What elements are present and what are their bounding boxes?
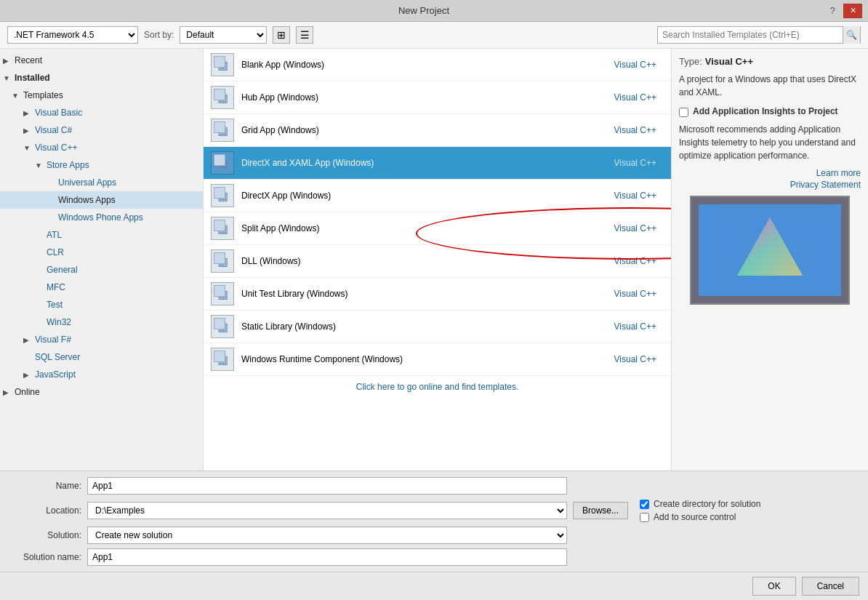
template-type-blank-app: Visual C++ bbox=[614, 60, 656, 70]
sidebar-item-visual-csharp[interactable]: ▶ Visual C# bbox=[0, 121, 203, 139]
source-control-label[interactable]: Add to source control bbox=[654, 512, 736, 522]
sidebar-item-visual-cpp[interactable]: ▼ Visual C++ bbox=[0, 139, 203, 156]
info-panel: Type: Visual C++ A project for a Windows… bbox=[672, 49, 868, 471]
ok-button[interactable]: OK bbox=[752, 577, 795, 596]
view-list-button[interactable]: ☰ bbox=[296, 26, 313, 44]
sidebar-item-windows-apps[interactable]: Windows Apps bbox=[0, 191, 203, 209]
checkboxes-group: Create directory for solution Add to sou… bbox=[640, 499, 760, 522]
sidebar-item-installed[interactable]: ▼ Installed bbox=[0, 69, 203, 87]
sidebar-item-store-apps[interactable]: ▼ Store Apps bbox=[0, 156, 203, 174]
create-dir-checkbox[interactable] bbox=[640, 500, 649, 509]
location-select[interactable]: D:\Examples bbox=[87, 502, 567, 519]
template-item-static-lib[interactable]: Static Library (Windows) Visual C++ bbox=[204, 311, 671, 343]
sidebar-label-online: Online bbox=[15, 387, 40, 397]
solution-label: Solution: bbox=[9, 530, 81, 540]
sidebar-item-online[interactable]: ▶ Online bbox=[0, 383, 203, 401]
solution-name-row: Solution name: bbox=[9, 548, 859, 566]
template-type-split-app: Visual C++ bbox=[614, 223, 656, 233]
template-type-grid-app: Visual C++ bbox=[614, 125, 656, 135]
sidebar-item-win32[interactable]: Win32 bbox=[0, 313, 203, 331]
sidebar-item-test[interactable]: Test bbox=[0, 296, 203, 313]
sidebar-item-atl[interactable]: ATL bbox=[0, 226, 203, 244]
template-type-static-lib: Visual C++ bbox=[614, 321, 656, 332]
learn-more-link[interactable]: Learn more bbox=[679, 168, 861, 178]
sort-select[interactable]: Default bbox=[180, 26, 267, 44]
solution-name-input[interactable] bbox=[87, 548, 567, 566]
template-type-directx-xaml: Visual C++ bbox=[614, 158, 656, 168]
sidebar-label-windows-phone-apps: Windows Phone Apps bbox=[58, 212, 143, 223]
close-button[interactable]: ✕ bbox=[843, 4, 862, 18]
dialog-body: .NET Framework 4.5 Sort by: Default ⊞ ☰ … bbox=[0, 22, 868, 600]
insights-checkbox[interactable] bbox=[679, 108, 688, 117]
create-dir-label[interactable]: Create directory for solution bbox=[654, 499, 760, 509]
templates-list-wrapper: Blank App (Windows) Visual C++ Hub App (… bbox=[204, 49, 672, 471]
template-type-unit-test: Visual C++ bbox=[614, 289, 656, 299]
color-prism-svg bbox=[734, 214, 806, 287]
sidebar-label-visual-cpp: Visual C++ bbox=[35, 143, 77, 153]
template-name-dll: DLL (Windows) bbox=[241, 256, 614, 266]
template-item-blank-app[interactable]: Blank App (Windows) Visual C++ bbox=[204, 49, 671, 81]
location-label: Location: bbox=[9, 505, 81, 516]
sidebar-item-recent[interactable]: ▶ Recent bbox=[0, 52, 203, 69]
template-type-windows-runtime: Visual C++ bbox=[614, 354, 656, 364]
sidebar-item-visual-basic[interactable]: ▶ Visual Basic bbox=[0, 104, 203, 121]
sidebar-label-recent: Recent bbox=[15, 55, 42, 65]
source-control-row: Add to source control bbox=[640, 512, 760, 522]
sidebar-item-sql-server[interactable]: SQL Server bbox=[0, 348, 203, 366]
type-value: Visual C++ bbox=[705, 56, 753, 67]
sidebar-item-clr[interactable]: CLR bbox=[0, 244, 203, 261]
view-tiles-button[interactable]: ⊞ bbox=[273, 26, 290, 44]
search-input[interactable] bbox=[658, 27, 843, 43]
source-control-checkbox[interactable] bbox=[640, 513, 649, 522]
recent-expand-icon: ▶ bbox=[3, 57, 15, 65]
search-icon[interactable]: 🔍 bbox=[843, 26, 860, 44]
privacy-statement-link[interactable]: Privacy Statement bbox=[679, 180, 861, 190]
vbasic-expand-icon: ▶ bbox=[23, 109, 35, 117]
cancel-button[interactable]: Cancel bbox=[802, 577, 859, 596]
bottom-form: Name: Location: D:\Examples Browse... Cr… bbox=[0, 471, 868, 572]
sidebar-label-javascript: JavaScript bbox=[35, 369, 76, 380]
template-type-directx-app: Visual C++ bbox=[614, 191, 656, 201]
sidebar-item-universal-apps[interactable]: Universal Apps bbox=[0, 174, 203, 191]
sidebar-label-clr: CLR bbox=[47, 247, 64, 257]
sidebar-label-store-apps: Store Apps bbox=[47, 160, 89, 170]
sidebar-item-windows-phone-apps[interactable]: Windows Phone Apps bbox=[0, 209, 203, 226]
sidebar-label-windows-apps: Windows Apps bbox=[58, 195, 116, 205]
sidebar-item-templates[interactable]: ▼ Templates bbox=[0, 87, 203, 104]
help-button[interactable]: ? bbox=[823, 4, 842, 18]
solution-select[interactable]: Create new solution bbox=[87, 527, 567, 544]
online-templates-link[interactable]: Click here to go online and find templat… bbox=[204, 376, 671, 398]
sidebar-item-general[interactable]: General bbox=[0, 261, 203, 279]
sidebar-label-atl: ATL bbox=[47, 230, 62, 240]
template-item-dll[interactable]: DLL (Windows) Visual C++ bbox=[204, 245, 671, 278]
browse-button[interactable]: Browse... bbox=[573, 502, 628, 519]
template-type-dll: Visual C++ bbox=[614, 256, 656, 266]
template-item-directx-app[interactable]: DirectX App (Windows) Visual C++ bbox=[204, 180, 671, 212]
sidebar-label-general: General bbox=[47, 265, 78, 275]
template-item-unit-test[interactable]: Unit Test Library (Windows) Visual C++ bbox=[204, 278, 671, 311]
template-name-windows-runtime: Windows Runtime Component (Windows) bbox=[241, 354, 614, 364]
template-name-static-lib: Static Library (Windows) bbox=[241, 321, 614, 332]
create-dir-row: Create directory for solution bbox=[640, 499, 760, 509]
template-name-directx-app: DirectX App (Windows) bbox=[241, 191, 614, 201]
template-item-grid-app[interactable]: Grid App (Windows) Visual C++ bbox=[204, 114, 671, 147]
insights-checkbox-label[interactable]: Add Application Insights to Project bbox=[693, 106, 838, 116]
insights-description: Microsoft recommends adding Application … bbox=[679, 123, 861, 162]
template-item-hub-app[interactable]: Hub App (Windows) Visual C++ bbox=[204, 81, 671, 114]
template-item-windows-runtime[interactable]: Windows Runtime Component (Windows) Visu… bbox=[204, 343, 671, 376]
online-expand-icon: ▶ bbox=[3, 388, 15, 396]
sidebar-item-mfc[interactable]: MFC bbox=[0, 279, 203, 296]
sidebar-label-mfc: MFC bbox=[47, 282, 65, 292]
type-label: Type: bbox=[679, 56, 702, 67]
framework-select[interactable]: .NET Framework 4.5 bbox=[7, 26, 138, 44]
title-bar: New Project ? ✕ bbox=[0, 0, 868, 22]
sort-by-label: Sort by: bbox=[144, 30, 174, 40]
sidebar-label-win32: Win32 bbox=[47, 317, 71, 327]
sidebar-item-visual-fsharp[interactable]: ▶ Visual F# bbox=[0, 331, 203, 348]
template-item-directx-xaml[interactable]: DirectX and XAML App (Windows) Visual C+… bbox=[204, 147, 671, 180]
sidebar-label-visual-fsharp: Visual F# bbox=[35, 335, 71, 345]
template-item-split-app[interactable]: Split App (Windows) Visual C++ bbox=[204, 212, 671, 245]
solution-row: Solution: Create new solution bbox=[9, 527, 859, 544]
name-input[interactable] bbox=[87, 477, 567, 495]
sidebar-item-javascript[interactable]: ▶ JavaScript bbox=[0, 366, 203, 383]
